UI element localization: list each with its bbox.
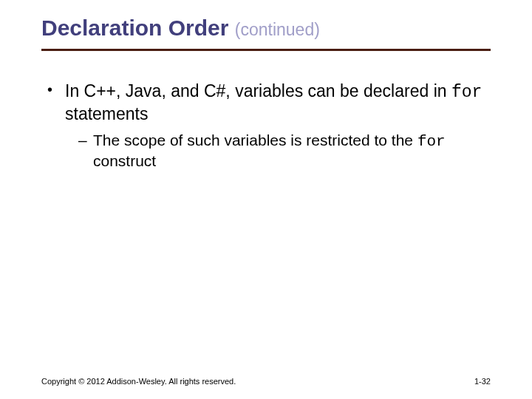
title-container: Declaration Order (continued)	[0, 0, 532, 41]
code-keyword: for	[451, 83, 482, 102]
title-continued: (continued)	[235, 20, 320, 39]
bullet-text-post: statements	[65, 104, 149, 123]
bullet-list-level2: The scope of such variables is restricte…	[78, 131, 488, 171]
copyright-text: Copyright © 2012 Addison-Wesley. All rig…	[41, 377, 236, 386]
page-number: 1-32	[474, 377, 491, 386]
bullet-text-pre: In C++, Java, and C#, variables can be d…	[65, 81, 451, 100]
slide-footer: Copyright © 2012 Addison-Wesley. All rig…	[41, 377, 491, 386]
slide-title: Declaration Order (continued)	[41, 15, 532, 41]
list-item: In C++, Java, and C#, variables can be d…	[44, 81, 488, 171]
list-item: The scope of such variables is restricte…	[78, 131, 488, 171]
code-keyword: for	[417, 133, 446, 150]
slide-body: In C++, Java, and C#, variables can be d…	[0, 51, 532, 171]
bullet-text-pre: The scope of such variables is restricte…	[93, 132, 417, 149]
slide: Declaration Order (continued) In C++, Ja…	[0, 0, 532, 399]
bullet-text-post: construct	[93, 152, 156, 169]
title-main: Declaration Order	[41, 16, 235, 40]
bullet-list-level1: In C++, Java, and C#, variables can be d…	[44, 81, 488, 171]
